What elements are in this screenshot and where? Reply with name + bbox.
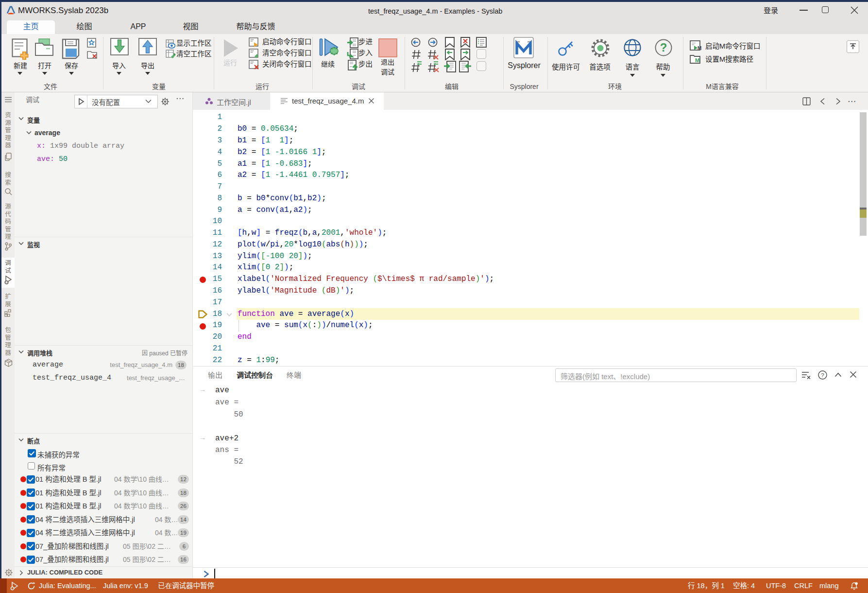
svg-text:M: M	[698, 46, 701, 51]
svg-text:M: M	[695, 57, 699, 63]
svg-text:?: ?	[660, 41, 667, 54]
svg-text:?: ?	[821, 372, 824, 378]
